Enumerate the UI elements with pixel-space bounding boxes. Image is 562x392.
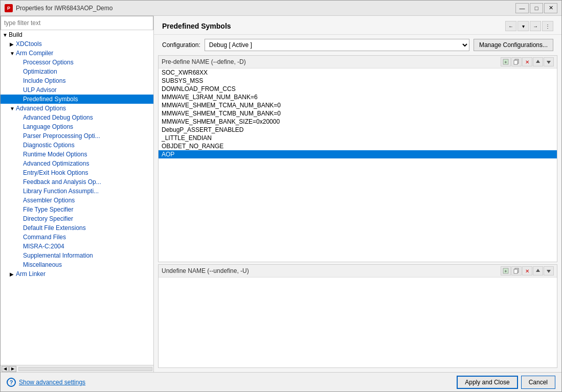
panel-title: Predefined Symbols (162, 22, 231, 30)
config-select[interactable]: Debug [ Active ] (205, 39, 469, 51)
tree-item-entry_exit_hooks[interactable]: Entry/Exit Hook Options (1, 168, 153, 177)
horizontal-scroll-track[interactable] (18, 367, 152, 371)
tree-item-language_options[interactable]: Language Options (1, 122, 153, 131)
predefine-section: Pre-define NAME (--define, -D) + ✕ (158, 55, 557, 262)
panel-header: Predefined Symbols ← ▾ → ⋮ (154, 16, 561, 35)
tree-label-runtime_model: Runtime Model Options (23, 151, 87, 158)
back-button[interactable]: ← (505, 21, 516, 31)
tree-item-file_type_specifier[interactable]: File Type Specifier (1, 205, 153, 214)
tree-label-processor_options: Processor Options (23, 59, 74, 66)
tree-item-default_file_extensions[interactable]: Default File Extensions (1, 223, 153, 233)
nav-right-arrow[interactable]: ▶ (9, 366, 16, 372)
tree-item-include_options[interactable]: Include Options (1, 76, 153, 85)
tree-arrow-advanced_options: ▼ (10, 106, 16, 111)
symbols-area: Pre-define NAME (--define, -D) + ✕ (158, 55, 557, 368)
tree-item-miscellaneous[interactable]: Miscellaneous (1, 260, 153, 269)
more-options-button[interactable]: ⋮ (542, 21, 553, 31)
tree-item-diagnostic_options[interactable]: Diagnostic Options (1, 141, 153, 150)
undefine-move-down-button[interactable] (544, 266, 554, 275)
show-advanced-link[interactable]: Show advanced settings (19, 379, 85, 386)
undefine-symbol-list (159, 278, 557, 367)
undefine-move-up-button[interactable] (533, 266, 543, 275)
tree-item-arm_compiler[interactable]: ▼ Arm Compiler (1, 49, 153, 58)
help-icon-label: ? (10, 379, 13, 385)
forward-button[interactable]: → (530, 21, 541, 31)
predefine-symbol-row[interactable]: MMWAVE_SHMEM_TCMB_NUM_BANK=0 (159, 109, 557, 118)
tree-item-optimization[interactable]: Optimization (1, 67, 153, 76)
tree-label-language_options: Language Options (23, 123, 73, 130)
tree-label-feedback_analysis: Feedback and Analysis Op... (23, 178, 101, 186)
tree-item-feedback_analysis[interactable]: Feedback and Analysis Op... (1, 177, 153, 187)
tree-label-supplemental_info: Supplemental Information (23, 252, 93, 259)
tree-item-ulp_advisor[interactable]: ULP Advisor (1, 85, 153, 95)
maximize-button[interactable]: □ (530, 3, 543, 13)
tree-item-library_function[interactable]: Library Function Assumpti... (1, 187, 153, 196)
predefine-symbol-row[interactable]: SUBSYS_MSS (159, 77, 557, 85)
predefine-symbol-list: SOC_XWR68XXSUBSYS_MSSDOWNLOAD_FROM_CCSMM… (159, 68, 557, 262)
filter-input[interactable] (1, 16, 153, 30)
predefine-move-down-button[interactable] (544, 57, 554, 66)
window-icon: P (5, 4, 13, 12)
main-window: P Properties for IWR6843AOP_Demo — □ ✕ ▼… (0, 0, 562, 392)
undefine-delete-button[interactable]: ✕ (522, 266, 532, 275)
undefine-copy-button[interactable] (511, 266, 522, 275)
tree-label-ulp_advisor: ULP Advisor (23, 86, 57, 94)
tree-label-library_function: Library Function Assumpti... (23, 188, 99, 195)
tree-arrow-build: ▼ (3, 32, 9, 38)
tree-item-xdctools[interactable]: ▶ XDCtools (1, 39, 153, 49)
undefine-section: Undefine NAME (--undefine, -U) + ✕ (158, 264, 557, 368)
predefine-symbol-row[interactable]: DOWNLOAD_FROM_CCS (159, 85, 557, 93)
tree-label-arm_compiler: Arm Compiler (16, 50, 53, 57)
tree-arrow-xdctools: ▶ (10, 41, 16, 47)
tree-item-processor_options[interactable]: Processor Options (1, 58, 153, 67)
close-button[interactable]: ✕ (544, 3, 557, 13)
panel-toolbar: ← ▾ → ⋮ (505, 21, 553, 31)
predefine-symbol-row[interactable]: AOP (159, 150, 557, 158)
manage-configurations-button[interactable]: Manage Configurations... (474, 39, 553, 51)
tree-item-assembler_options[interactable]: Assembler Options (1, 196, 153, 205)
help-icon[interactable]: ? (7, 378, 16, 387)
predefine-symbol-row[interactable]: MMWAVE_L3RAM_NUM_BANK=6 (159, 93, 557, 101)
svg-marker-6 (547, 61, 551, 64)
tree-item-advanced_options[interactable]: ▼ Advanced Options (1, 104, 153, 113)
tree-item-advanced_optimizations[interactable]: Advanced Optimizations (1, 159, 153, 168)
tree-label-advanced_debug_options: Advanced Debug Options (23, 114, 93, 121)
predefine-symbol-row[interactable]: MMWAVE_SHMEM_TCMA_NUM_BANK=0 (159, 101, 557, 109)
tree-item-build[interactable]: ▼ Build (1, 30, 153, 39)
tree-label-xdctools: XDCtools (16, 40, 42, 48)
tree-item-predefined_symbols[interactable]: Predefined Symbols (1, 95, 153, 104)
undefine-add-button[interactable]: + (501, 266, 511, 275)
nav-arrows: ◀ ▶ (1, 366, 17, 372)
tree-item-advanced_debug_options[interactable]: Advanced Debug Options (1, 113, 153, 122)
tree-label-misra_c: MISRA-C:2004 (23, 243, 64, 250)
predefine-delete-button[interactable]: ✕ (522, 57, 532, 66)
tree-item-arm_linker[interactable]: ▶ Arm Linker (1, 269, 153, 279)
nav-left-arrow[interactable]: ◀ (2, 366, 9, 372)
predefine-symbol-row[interactable]: SOC_XWR68XX (159, 68, 557, 77)
predefine-symbol-row[interactable]: DebugP_ASSERT_ENABLED (159, 126, 557, 134)
minimize-button[interactable]: — (515, 3, 529, 13)
tree-label-predefined_symbols: Predefined Symbols (23, 96, 78, 103)
back-dropdown-button[interactable]: ▾ (518, 21, 529, 31)
predefine-symbol-row[interactable]: OBJDET_NO_RANGE (159, 142, 557, 150)
tree-label-build: Build (9, 31, 23, 38)
right-panel: Predefined Symbols ← ▾ → ⋮ Configuration… (154, 16, 561, 372)
tree-item-runtime_model[interactable]: Runtime Model Options (1, 150, 153, 159)
predefine-symbol-row[interactable]: _LITTLE_ENDIAN (159, 134, 557, 142)
tree-item-parser_preprocessing[interactable]: Parser Preprocessing Opti... (1, 131, 153, 141)
predefine-add-button[interactable]: + (501, 57, 511, 66)
predefine-move-up-button[interactable] (533, 57, 543, 66)
tree-item-misra_c[interactable]: MISRA-C:2004 (1, 242, 153, 251)
undefine-label: Undefine NAME (--undefine, -U) (162, 267, 249, 274)
apply-and-close-button[interactable]: Apply and Close (457, 376, 518, 389)
svg-rect-10 (514, 269, 518, 273)
tree-item-directory_specifier[interactable]: Directory Specifier (1, 214, 153, 223)
window-controls: — □ ✕ (515, 3, 557, 13)
predefine-symbol-row[interactable]: MMWAVE_SHMEM_BANK_SIZE=0x20000 (159, 118, 557, 126)
tree-item-supplemental_info[interactable]: Supplemental Information (1, 251, 153, 260)
predefine-copy-button[interactable] (511, 57, 522, 66)
tree-label-file_type_specifier: File Type Specifier (23, 206, 74, 213)
tree-item-command_files[interactable]: Command Files (1, 233, 153, 242)
cancel-button[interactable]: Cancel (521, 376, 555, 389)
tree-arrow-arm_linker: ▶ (10, 271, 16, 277)
